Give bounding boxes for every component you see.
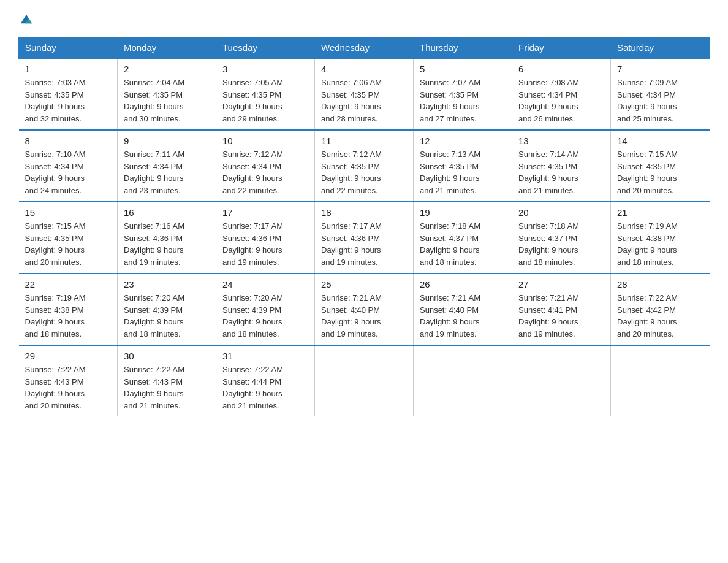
day-number: 30: [124, 351, 210, 361]
day-number: 7: [617, 64, 703, 74]
day-info: Sunrise: 7:17 AMSunset: 4:36 PMDaylight:…: [222, 220, 308, 268]
day-info: Sunrise: 7:21 AMSunset: 4:40 PMDaylight:…: [321, 292, 407, 340]
day-number: 17: [222, 207, 308, 218]
day-info: Sunrise: 7:21 AMSunset: 4:41 PMDaylight:…: [518, 292, 604, 340]
calendar-cell: 7 Sunrise: 7:09 AMSunset: 4:34 PMDayligh…: [611, 58, 710, 130]
day-info: Sunrise: 7:19 AMSunset: 4:38 PMDaylight:…: [25, 292, 112, 340]
day-info: Sunrise: 7:20 AMSunset: 4:39 PMDaylight:…: [124, 292, 210, 340]
day-number: 25: [321, 279, 407, 289]
day-info: Sunrise: 7:22 AMSunset: 4:43 PMDaylight:…: [124, 364, 210, 412]
day-number: 10: [222, 136, 308, 146]
calendar-cell: 23 Sunrise: 7:20 AMSunset: 4:39 PMDaylig…: [118, 274, 216, 345]
day-info: Sunrise: 7:06 AMSunset: 4:35 PMDaylight:…: [321, 77, 407, 124]
day-number: 12: [420, 136, 506, 146]
day-number: 23: [124, 279, 210, 289]
calendar-cell: 24 Sunrise: 7:20 AMSunset: 4:39 PMDaylig…: [216, 274, 315, 345]
page-header: [18, 12, 710, 26]
calendar-cell: 30 Sunrise: 7:22 AMSunset: 4:43 PMDaylig…: [118, 345, 216, 416]
calendar-cell: [315, 345, 414, 416]
day-info: Sunrise: 7:04 AMSunset: 4:35 PMDaylight:…: [124, 77, 210, 124]
col-header-saturday: Saturday: [611, 37, 710, 59]
day-number: 3: [222, 64, 308, 74]
day-info: Sunrise: 7:22 AMSunset: 4:44 PMDaylight:…: [222, 364, 308, 412]
day-info: Sunrise: 7:16 AMSunset: 4:36 PMDaylight:…: [124, 220, 210, 268]
calendar-cell: [512, 345, 611, 416]
day-info: Sunrise: 7:19 AMSunset: 4:38 PMDaylight:…: [617, 220, 703, 268]
day-info: Sunrise: 7:12 AMSunset: 4:35 PMDaylight:…: [321, 148, 407, 196]
calendar-cell: 27 Sunrise: 7:21 AMSunset: 4:41 PMDaylig…: [512, 274, 611, 345]
calendar-cell: 8 Sunrise: 7:10 AMSunset: 4:34 PMDayligh…: [19, 130, 118, 202]
day-info: Sunrise: 7:17 AMSunset: 4:36 PMDaylight:…: [321, 220, 407, 268]
day-info: Sunrise: 7:14 AMSunset: 4:35 PMDaylight:…: [518, 148, 604, 196]
day-number: 4: [321, 64, 407, 74]
day-info: Sunrise: 7:15 AMSunset: 4:35 PMDaylight:…: [617, 148, 703, 196]
calendar-cell: 19 Sunrise: 7:18 AMSunset: 4:37 PMDaylig…: [414, 202, 512, 274]
logo: [18, 12, 33, 26]
day-number: 20: [518, 207, 604, 218]
calendar-week-row: 8 Sunrise: 7:10 AMSunset: 4:34 PMDayligh…: [19, 130, 710, 202]
calendar-cell: 26 Sunrise: 7:21 AMSunset: 4:40 PMDaylig…: [414, 274, 512, 345]
col-header-monday: Monday: [118, 37, 216, 59]
calendar-header-row: SundayMondayTuesdayWednesdayThursdayFrid…: [19, 37, 710, 59]
calendar-week-row: 29 Sunrise: 7:22 AMSunset: 4:43 PMDaylig…: [19, 345, 710, 416]
day-number: 15: [25, 207, 112, 218]
calendar-cell: 28 Sunrise: 7:22 AMSunset: 4:42 PMDaylig…: [611, 274, 710, 345]
calendar-cell: 29 Sunrise: 7:22 AMSunset: 4:43 PMDaylig…: [19, 345, 118, 416]
day-info: Sunrise: 7:18 AMSunset: 4:37 PMDaylight:…: [420, 220, 506, 268]
calendar-cell: 11 Sunrise: 7:12 AMSunset: 4:35 PMDaylig…: [315, 130, 414, 202]
day-info: Sunrise: 7:07 AMSunset: 4:35 PMDaylight:…: [420, 77, 506, 124]
calendar-cell: 18 Sunrise: 7:17 AMSunset: 4:36 PMDaylig…: [315, 202, 414, 274]
day-number: 19: [420, 207, 506, 218]
col-header-tuesday: Tuesday: [216, 37, 315, 59]
day-number: 24: [222, 279, 308, 289]
calendar-cell: 16 Sunrise: 7:16 AMSunset: 4:36 PMDaylig…: [118, 202, 216, 274]
col-header-sunday: Sunday: [19, 37, 118, 59]
day-info: Sunrise: 7:18 AMSunset: 4:37 PMDaylight:…: [518, 220, 604, 268]
day-number: 11: [321, 136, 407, 146]
day-info: Sunrise: 7:05 AMSunset: 4:35 PMDaylight:…: [222, 77, 308, 124]
calendar-cell: 4 Sunrise: 7:06 AMSunset: 4:35 PMDayligh…: [315, 58, 414, 130]
calendar-cell: 17 Sunrise: 7:17 AMSunset: 4:36 PMDaylig…: [216, 202, 315, 274]
day-number: 18: [321, 207, 407, 218]
day-info: Sunrise: 7:22 AMSunset: 4:43 PMDaylight:…: [25, 364, 112, 412]
calendar-cell: 6 Sunrise: 7:08 AMSunset: 4:34 PMDayligh…: [512, 58, 611, 130]
day-info: Sunrise: 7:12 AMSunset: 4:34 PMDaylight:…: [222, 148, 308, 196]
calendar-cell: 5 Sunrise: 7:07 AMSunset: 4:35 PMDayligh…: [414, 58, 512, 130]
calendar-week-row: 22 Sunrise: 7:19 AMSunset: 4:38 PMDaylig…: [19, 274, 710, 345]
calendar-cell: 13 Sunrise: 7:14 AMSunset: 4:35 PMDaylig…: [512, 130, 611, 202]
day-info: Sunrise: 7:22 AMSunset: 4:42 PMDaylight:…: [617, 292, 703, 340]
calendar-cell: [414, 345, 512, 416]
logo-icon: [20, 12, 33, 26]
day-number: 13: [518, 136, 604, 146]
calendar-cell: 9 Sunrise: 7:11 AMSunset: 4:34 PMDayligh…: [118, 130, 216, 202]
calendar-week-row: 1 Sunrise: 7:03 AMSunset: 4:35 PMDayligh…: [19, 58, 710, 130]
calendar-cell: 20 Sunrise: 7:18 AMSunset: 4:37 PMDaylig…: [512, 202, 611, 274]
calendar-cell: [611, 345, 710, 416]
day-number: 8: [25, 136, 112, 146]
day-info: Sunrise: 7:03 AMSunset: 4:35 PMDaylight:…: [25, 77, 112, 124]
calendar-cell: 3 Sunrise: 7:05 AMSunset: 4:35 PMDayligh…: [216, 58, 315, 130]
day-number: 6: [518, 64, 604, 74]
day-number: 9: [124, 136, 210, 146]
day-info: Sunrise: 7:20 AMSunset: 4:39 PMDaylight:…: [222, 292, 308, 340]
calendar-cell: 10 Sunrise: 7:12 AMSunset: 4:34 PMDaylig…: [216, 130, 315, 202]
calendar-table: SundayMondayTuesdayWednesdayThursdayFrid…: [18, 37, 710, 416]
calendar-cell: 31 Sunrise: 7:22 AMSunset: 4:44 PMDaylig…: [216, 345, 315, 416]
day-number: 31: [222, 351, 308, 361]
calendar-cell: 25 Sunrise: 7:21 AMSunset: 4:40 PMDaylig…: [315, 274, 414, 345]
calendar-cell: 21 Sunrise: 7:19 AMSunset: 4:38 PMDaylig…: [611, 202, 710, 274]
calendar-cell: 15 Sunrise: 7:15 AMSunset: 4:35 PMDaylig…: [19, 202, 118, 274]
day-number: 26: [420, 279, 506, 289]
day-number: 16: [124, 207, 210, 218]
day-info: Sunrise: 7:21 AMSunset: 4:40 PMDaylight:…: [420, 292, 506, 340]
day-info: Sunrise: 7:11 AMSunset: 4:34 PMDaylight:…: [124, 148, 210, 196]
col-header-thursday: Thursday: [414, 37, 512, 59]
day-info: Sunrise: 7:15 AMSunset: 4:35 PMDaylight:…: [25, 220, 112, 268]
day-number: 22: [25, 279, 112, 289]
calendar-cell: 22 Sunrise: 7:19 AMSunset: 4:38 PMDaylig…: [19, 274, 118, 345]
day-number: 5: [420, 64, 506, 74]
calendar-cell: 1 Sunrise: 7:03 AMSunset: 4:35 PMDayligh…: [19, 58, 118, 130]
day-number: 21: [617, 207, 703, 218]
calendar-cell: 14 Sunrise: 7:15 AMSunset: 4:35 PMDaylig…: [611, 130, 710, 202]
calendar-week-row: 15 Sunrise: 7:15 AMSunset: 4:35 PMDaylig…: [19, 202, 710, 274]
